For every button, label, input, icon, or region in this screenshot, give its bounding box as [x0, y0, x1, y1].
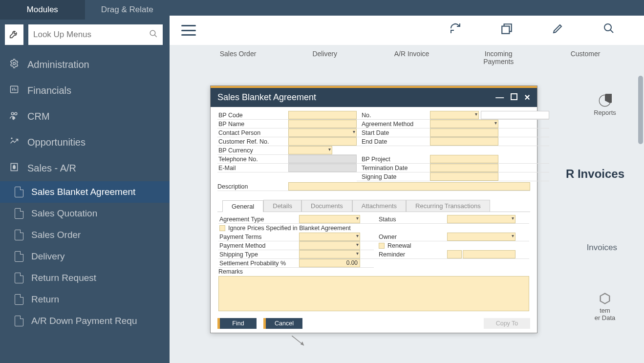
- input-reminder-unit[interactable]: [463, 250, 515, 258]
- menu-opportunities[interactable]: Opportunities: [0, 129, 170, 155]
- label-bp-code: BP Code: [217, 112, 288, 119]
- input-shipping-type[interactable]: [299, 250, 360, 258]
- minimize-button[interactable]: —: [495, 93, 504, 103]
- svg-point-0: [150, 30, 155, 36]
- input-start-date[interactable]: [430, 128, 498, 137]
- input-agreement-type[interactable]: [299, 215, 360, 223]
- submenu-delivery[interactable]: Delivery: [0, 246, 170, 267]
- input-end-date[interactable]: [430, 137, 498, 146]
- document-icon: [15, 208, 23, 219]
- submenu-sales-quotation[interactable]: Sales Quotation: [0, 203, 170, 224]
- modal-titlebar[interactable]: Sales Blanket Agreement — ×: [211, 88, 537, 107]
- checkbox-icon: [379, 243, 385, 249]
- input-owner[interactable]: [447, 233, 515, 241]
- copy-to-button: Copy To: [484, 318, 530, 329]
- input-bp-name[interactable]: [288, 120, 357, 128]
- find-button[interactable]: Find: [217, 318, 257, 329]
- menu-sales-ar[interactable]: $ Sales - A/R: [0, 155, 170, 181]
- input-description[interactable]: [288, 182, 530, 191]
- checkbox-renewal[interactable]: Renewal: [374, 241, 529, 250]
- tile-ar-invoice[interactable]: A/R Invoice: [383, 50, 441, 65]
- menu-crm[interactable]: $ CRM: [0, 104, 170, 129]
- tab-documents[interactable]: Documents: [301, 200, 352, 212]
- scrollbar[interactable]: [638, 76, 643, 144]
- sales-icon: $: [9, 162, 20, 174]
- label-term-date: Termination Date: [357, 165, 430, 171]
- input-status[interactable]: [447, 215, 515, 223]
- input-settlement[interactable]: 0.00: [299, 259, 360, 267]
- label-agr-method: Agreement Method: [357, 121, 430, 128]
- cancel-button[interactable]: Cancel: [263, 318, 302, 329]
- input-contact-person[interactable]: [288, 128, 357, 137]
- menu-administration[interactable]: Administration: [0, 52, 170, 78]
- maximize-button[interactable]: [511, 93, 517, 103]
- submenu-label: Sales Blanket Agreement: [31, 187, 135, 197]
- modal-title: Sales Blanket Agreement: [217, 92, 495, 103]
- tile-item-master[interactable]: tem er Data: [590, 292, 620, 321]
- settings-button[interactable]: [5, 24, 23, 45]
- menu-label: Sales - A/R: [27, 163, 76, 174]
- tile-incoming-payments[interactable]: Incoming Payments: [469, 50, 528, 65]
- input-bp-code[interactable]: [288, 111, 357, 119]
- submenu-return-request[interactable]: Return Request: [0, 267, 170, 289]
- tab-attachments[interactable]: Attachments: [352, 200, 406, 212]
- svg-line-1: [154, 35, 157, 37]
- heading-r-invoices: R Invoices: [566, 167, 624, 181]
- input-agreement-method[interactable]: [430, 120, 498, 128]
- topbar-actions: [450, 22, 615, 38]
- tab-drag-relate[interactable]: Drag & Relate: [85, 0, 170, 20]
- submenu-sales-order[interactable]: Sales Order: [0, 224, 170, 246]
- label-start-date: Start Date: [357, 129, 430, 136]
- checkbox-ignore-prices[interactable]: Ignore Prices Specified in Blanket Agree…: [218, 224, 374, 233]
- document-icon: [15, 294, 23, 305]
- refresh-button[interactable]: [450, 22, 461, 38]
- svg-point-8: [15, 112, 17, 115]
- submenu-label: Return: [31, 294, 59, 305]
- tile-reports[interactable]: Reports: [590, 94, 620, 116]
- input-telephone: [288, 155, 357, 163]
- tab-general[interactable]: General: [222, 200, 263, 212]
- search-row: [0, 20, 170, 52]
- tab-recurring[interactable]: Recurring Transactions: [406, 200, 490, 212]
- label-telephone: Telephone No.: [217, 156, 288, 163]
- tile-sales-order[interactable]: Sales Order: [209, 50, 267, 65]
- edit-button[interactable]: [552, 22, 564, 38]
- close-button[interactable]: ×: [524, 92, 530, 103]
- tab-details[interactable]: Details: [263, 200, 301, 212]
- submenu-ar-down-payment[interactable]: A/R Down Payment Requ: [0, 310, 170, 332]
- input-cust-ref[interactable]: [288, 137, 357, 146]
- search-input[interactable]: [33, 30, 149, 40]
- input-bp-project[interactable]: [430, 155, 498, 163]
- submenu-sales-blanket-agreement[interactable]: Sales Blanket Agreement: [0, 181, 170, 203]
- input-termination-date[interactable]: [430, 164, 498, 172]
- tile-customer[interactable]: Customer: [556, 50, 615, 65]
- tab-modules[interactable]: Modules: [0, 0, 85, 20]
- windows-button[interactable]: [500, 22, 513, 38]
- search-button[interactable]: [603, 22, 615, 38]
- input-reminder-num[interactable]: [447, 250, 462, 258]
- financials-icon: [9, 85, 20, 97]
- menu-label: CRM: [27, 111, 50, 122]
- tab-body-general: Agreement Type Ignore Prices Specified i…: [217, 212, 530, 312]
- label-remarks: Remarks: [218, 268, 243, 275]
- svg-rect-14: [502, 26, 509, 34]
- search-box[interactable]: [28, 24, 163, 45]
- document-icon: [15, 230, 23, 240]
- label-sign-date: Signing Date: [357, 173, 430, 180]
- input-no-series[interactable]: [430, 111, 479, 119]
- input-no[interactable]: [481, 111, 549, 119]
- input-signing-date[interactable]: [430, 172, 498, 181]
- input-payment-method[interactable]: [299, 241, 360, 250]
- input-remarks[interactable]: [218, 276, 529, 311]
- tile-delivery[interactable]: Delivery: [296, 50, 354, 65]
- document-icon: [15, 187, 23, 197]
- process-tiles: Sales Order Delivery A/R Invoice Incomin…: [209, 50, 615, 65]
- menu-financials[interactable]: Financials: [0, 78, 170, 104]
- submenu-label: Delivery: [31, 251, 65, 262]
- label-bp-project: BP Project: [357, 156, 430, 163]
- input-payment-terms[interactable]: [299, 233, 360, 241]
- submenu-return[interactable]: Return: [0, 289, 170, 310]
- input-bp-currency[interactable]: [288, 146, 332, 154]
- menu-toggle[interactable]: [181, 25, 196, 36]
- menu-label: Administration: [27, 59, 89, 70]
